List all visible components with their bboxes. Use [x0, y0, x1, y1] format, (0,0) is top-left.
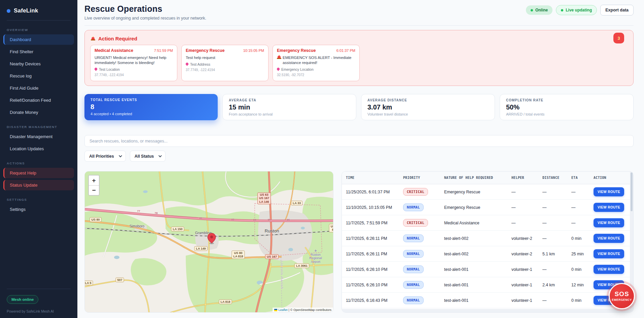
- sidebar-item-label: Dashboard: [10, 37, 31, 42]
- alert-card-message: Test help request: [186, 55, 264, 60]
- view-route-button[interactable]: VIEW ROUTE: [594, 187, 624, 196]
- sidebar-section-label-settings: Settings: [7, 198, 71, 201]
- priority-filter-select[interactable]: All Priorities: [84, 151, 126, 162]
- sidebar-item-disaster-management[interactable]: Disaster Management: [3, 131, 74, 142]
- sidebar-item-label: Status Update: [10, 183, 37, 188]
- cell-action: VIEW ROUTE: [594, 249, 627, 258]
- alert-count-badge: 3: [613, 33, 624, 43]
- cell-eta: 0 min: [571, 298, 594, 303]
- cell-time: 11/25/2025, 6:01:37 PM: [346, 190, 403, 194]
- stat-sublabel: ARRIVED / total events: [506, 112, 627, 116]
- sidebar-item-status-update[interactable]: Status Update: [3, 180, 74, 190]
- table-row: 11/7/2025, 6:16:43 PMNORMALtest-alert-00…: [342, 293, 630, 308]
- alert-card-time: 7:51:59 PM: [154, 49, 173, 53]
- view-route-button[interactable]: VIEW ROUTE: [594, 265, 624, 274]
- alert-card-header: Emergency Rescue6:01:37 PM: [277, 48, 355, 53]
- location-pin-icon: [185, 62, 189, 66]
- cell-eta: 0 min: [571, 236, 594, 241]
- alert-card-coordinates: 32.5190, -92.7072: [277, 73, 355, 77]
- export-data-button[interactable]: Export data: [600, 5, 634, 15]
- alert-card-header: Medical Assistance7:51:59 PM: [95, 48, 173, 53]
- alert-card-time: 10:15:05 PM: [243, 49, 264, 53]
- cell-eta: 25 min: [571, 252, 594, 256]
- priority-badge: NORMAL: [403, 281, 424, 289]
- app-logo: SafeLink: [0, 0, 77, 20]
- cell-nature: test-alert-001: [444, 283, 511, 287]
- sidebar-item-settings[interactable]: Settings: [3, 204, 74, 215]
- action-required-panel: Action Required 3 Medical Assistance7:51…: [84, 30, 634, 86]
- cell-helper: —: [511, 221, 542, 225]
- cell-action: VIEW ROUTE: [594, 203, 627, 212]
- alert-card-message-text: Test help request: [186, 55, 215, 60]
- cell-helper: volunteer-2: [511, 252, 542, 256]
- stat-card-average-eta[interactable]: AVERAGE ETA15 minFrom acceptance to arri…: [222, 94, 356, 120]
- sidebar-footer: Mesh online Powered by SafeLink Mesh AI: [0, 283, 77, 318]
- sidebar-item-label: Request Help: [10, 170, 36, 176]
- sidebar-footer-divider: [7, 289, 71, 289]
- location-pin-icon: [276, 67, 280, 71]
- table-header-row: TIMEPRIORITYNATURE OF HELP REQUIREDHELPE…: [342, 171, 630, 184]
- sidebar-item-donate-money[interactable]: Donate Money: [3, 107, 74, 118]
- sidebar-item-find-shelter[interactable]: Find Shelter: [3, 46, 74, 57]
- view-route-button[interactable]: VIEW ROUTE: [594, 203, 624, 212]
- alert-card-message: URGENT! Medical emergency! Need help imm…: [95, 55, 173, 65]
- powered-by-text: Powered by SafeLink Mesh AI: [7, 309, 71, 313]
- sidebar-item-label: Relief/Donation Feed: [10, 98, 51, 103]
- view-route-button[interactable]: VIEW ROUTE: [594, 218, 624, 227]
- action-required-title: Action Required: [98, 36, 137, 41]
- priority-badge: NORMAL: [403, 234, 424, 242]
- cell-action: VIEW ROUTE: [594, 187, 627, 196]
- cell-distance: —: [542, 267, 571, 272]
- page-title: Rescue Operations: [84, 4, 206, 14]
- cell-distance: 2.4 km: [542, 283, 571, 287]
- zoom-in-button[interactable]: +: [89, 176, 99, 185]
- table-horizontal-scrollbar[interactable]: [342, 309, 633, 312]
- cell-time: 11/7/2025, 7:51:59 PM: [346, 221, 403, 225]
- table-vertical-scrollbar-thumb[interactable]: [631, 172, 633, 211]
- sidebar-item-nearby-devices[interactable]: Nearby Devices: [3, 59, 74, 69]
- view-route-button[interactable]: VIEW ROUTE: [594, 234, 624, 243]
- sos-emergency-button[interactable]: SOS EMERGENCY: [609, 283, 635, 309]
- cell-helper: volunteer-1: [511, 267, 542, 272]
- alert-card-location: Test Address: [186, 62, 264, 66]
- sos-sublabel: EMERGENCY: [612, 298, 632, 301]
- map-marker-pin[interactable]: [207, 233, 216, 244]
- cell-helper: volunteer-2: [511, 236, 542, 241]
- cell-time: 11/7/2025, 6:26:11 PM: [346, 236, 403, 241]
- sos-label: SOS: [614, 291, 629, 297]
- chevron-down-icon: [158, 154, 162, 157]
- sidebar-item-rescue-log[interactable]: Rescue log: [3, 71, 74, 81]
- alert-card-location-text: Test Location: [99, 67, 120, 71]
- map-canvas[interactable]: US 63 US 167 LA 146LA 33US 80SimsboroLA …: [84, 171, 333, 313]
- alert-card-list: Medical Assistance7:51:59 PMURGENT! Medi…: [90, 45, 628, 81]
- table-row: 11/7/2025, 6:26:11 PMNORMALtest-alert-00…: [342, 231, 630, 246]
- alert-card-location-text: Test Address: [190, 62, 210, 66]
- stat-card-total-rescue-events[interactable]: TOTAL RESCUE EVENTS84 accepted • 4 compl…: [84, 94, 218, 120]
- sidebar-item-label: First Aid Guide: [10, 86, 38, 91]
- osm-attribution-link[interactable]: © OpenStreetMap contributors: [290, 308, 331, 312]
- leaflet-link[interactable]: Leaflet: [278, 308, 287, 312]
- mesh-status-badge: Mesh online: [7, 295, 38, 304]
- view-route-button[interactable]: VIEW ROUTE: [594, 249, 624, 258]
- sidebar-item-relief-donation-feed[interactable]: Relief/Donation Feed: [3, 95, 74, 105]
- search-input[interactable]: [84, 135, 634, 147]
- sidebar-item-dashboard[interactable]: Dashboard: [3, 34, 74, 45]
- priority-filter-label: All Priorities: [89, 154, 114, 159]
- sidebar-item-request-help[interactable]: Request Help: [3, 168, 74, 178]
- table-row: 11/7/2025, 6:26:10 PMNORMALtest-alert-00…: [342, 262, 630, 277]
- map-zoom-control: + −: [88, 175, 100, 196]
- table-column-header-priority: PRIORITY: [403, 176, 444, 180]
- sidebar-item-location-updates[interactable]: Location Updates: [3, 144, 74, 154]
- stat-card-average-distance[interactable]: AVERAGE DISTANCE3.07 kmVolunteer travel …: [361, 94, 495, 120]
- cell-time: 11/10/2025, 10:15:05 PM: [346, 205, 403, 210]
- zoom-out-button[interactable]: −: [89, 185, 99, 195]
- live-updating-badge: Live updating: [556, 5, 597, 15]
- page-subtitle: Live overview of ongoing and completed r…: [84, 16, 206, 21]
- status-filter-select[interactable]: All Status: [130, 151, 166, 162]
- sidebar-item-first-aid-guide[interactable]: First Aid Guide: [3, 83, 74, 93]
- stat-card-completion-rate[interactable]: COMPLETION RATE50%ARRIVED / total events: [500, 94, 634, 120]
- cell-nature: test-alert-001: [444, 298, 511, 303]
- cell-time: 11/7/2025, 6:16:43 PM: [346, 298, 403, 303]
- priority-badge: NORMAL: [403, 296, 424, 304]
- table-column-header-distance: DISTANCE: [542, 176, 571, 180]
